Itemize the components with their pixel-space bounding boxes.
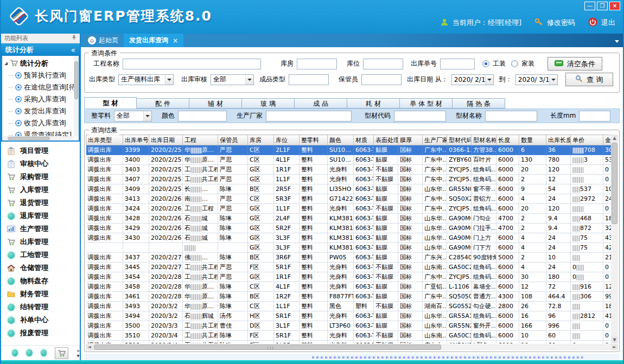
sidebar-menu-item[interactable]: 退货管理: [1, 196, 80, 209]
column-header[interactable]: 型材名称: [472, 135, 496, 145]
table-row[interactable]: 调拨出库34932020/3/2华原…陈琳C区1L1F整料黑色塑料不贴膜国标湖南…: [86, 302, 612, 311]
column-header[interactable]: 颜色: [328, 135, 354, 145]
sidebar-menu-item[interactable]: 入库管理: [1, 183, 80, 196]
sidebar-menu-item[interactable]: 退库管理: [1, 209, 80, 222]
column-header[interactable]: 材质: [354, 135, 374, 145]
table-row[interactable]: 调拨出库34002020/2/25华原…严思C区4L1F整料SU10…6063-…: [86, 155, 612, 165]
column-header[interactable]: 长度: [496, 135, 519, 145]
column-header[interactable]: 出库长度: [546, 135, 571, 145]
table-row[interactable]: 调拨出库35002020/3/3工共工程曹佳D区3L1F整料LT3P606063…: [86, 321, 612, 331]
keeper-input[interactable]: [361, 74, 402, 85]
audit-combo[interactable]: 全部: [211, 74, 254, 85]
material-tab[interactable]: 隔 热 条: [453, 98, 505, 108]
scroll-up-icon[interactable]: ▲: [611, 135, 618, 142]
tree-item[interactable]: 在途信息查询[待: [4, 81, 72, 93]
toolbar-overflow-button[interactable]: »▾: [77, 348, 80, 358]
tree-item[interactable]: 发货出库查询: [4, 105, 72, 117]
column-header[interactable]: 型材代码: [447, 135, 472, 145]
color-input[interactable]: [178, 111, 227, 122]
column-header[interactable]: 库房: [248, 135, 274, 145]
material-tab[interactable]: 玻 璃: [242, 98, 295, 108]
table-row[interactable]: G区3L3F整料KLM38176063-T5贴膜国标山东华…GA90M09.门下…: [86, 243, 612, 253]
tree-item[interactable]: 退库管理[待定]: [4, 141, 72, 142]
tab-list-dropdown-icon[interactable]: [615, 40, 619, 43]
tree-horizontal-scrollbar[interactable]: [2, 136, 74, 141]
toolbar-cart-button[interactable]: [55, 347, 68, 359]
column-header[interactable]: 膜厚: [398, 135, 423, 145]
material-tab[interactable]: 配 件: [137, 98, 189, 108]
column-header[interactable]: 数量: [519, 135, 546, 145]
table-row[interactable]: 调拨出库33992020/2/25华原…严思C区2L1F整料SU10…6063-…: [86, 145, 612, 155]
tab-active[interactable]: 发货出库查询×: [124, 34, 183, 47]
table-row[interactable]: 调拨出库34032020/2/25工共工程严思G区1R1F整料光身料6063-T…: [86, 165, 612, 175]
table-row[interactable]: 调拨出库34542020/2/28工共工程严思G区1R1F整料光身料6063-T…: [86, 272, 612, 282]
sidebar-menu-item[interactable]: 采购管理: [1, 170, 80, 183]
toolbar-dot-icon[interactable]: [26, 349, 32, 356]
column-header[interactable]: 出库日期: [149, 135, 183, 145]
location-input[interactable]: [363, 59, 403, 69]
sidebar-menu-item[interactable]: 审核中心: [1, 157, 80, 170]
tab-home[interactable]: ⌂起始页: [82, 34, 124, 47]
logout-link[interactable]: 退出: [601, 18, 615, 28]
order-no-input[interactable]: [440, 59, 475, 69]
sidebar-menu-item[interactable]: 报废管理: [1, 327, 80, 340]
tab-close-icon[interactable]: ×: [173, 37, 178, 44]
maximize-button[interactable]: ❒: [597, 2, 608, 10]
sidebar-menu-item[interactable]: 工地管理: [1, 248, 80, 261]
table-row[interactable]: 调拨出库35102020/3/4工共工程陈琳F区5R1F整料光身料6063-T5…: [86, 331, 612, 341]
material-tab[interactable]: 单 体 型 材: [400, 98, 453, 108]
column-header[interactable]: 生产厂家: [423, 135, 447, 145]
change-password-link[interactable]: 修改密码: [547, 18, 575, 28]
out-type-combo[interactable]: 生产领料出库: [118, 74, 174, 85]
profile-code-input[interactable]: [394, 111, 446, 122]
tree-item[interactable]: 预算执行查询: [4, 69, 72, 81]
material-tab[interactable]: 耗 材: [347, 98, 400, 108]
search-button[interactable]: 查 询: [565, 73, 613, 86]
column-header[interactable]: 保管员: [218, 135, 248, 145]
tree-expander-icon[interactable]: ◢: [4, 61, 8, 66]
column-header[interactable]: 库位: [274, 135, 300, 145]
scroll-left-icon[interactable]: ◄: [86, 344, 93, 350]
warehouse-input[interactable]: [297, 59, 337, 69]
date-from-picker[interactable]: 2020/ 2/16: [451, 74, 494, 85]
factory-input[interactable]: [266, 111, 352, 122]
table-row[interactable]: 调拨出库34072020/2/25工共工程严思G区1L1F整料光身料6063-T…: [86, 175, 612, 184]
clear-conditions-button[interactable]: 清空条件: [547, 57, 602, 71]
toolbar-dot-icon[interactable]: [12, 349, 18, 356]
table-row[interactable]: 调拨出库34582020/2/28华原…陈琳C区4L1F整料光身料6063-T5…: [86, 282, 612, 292]
material-tab[interactable]: 型 材: [84, 97, 137, 108]
profile-name-input[interactable]: [485, 111, 537, 122]
minimize-button[interactable]: —: [584, 2, 595, 10]
table-row[interactable]: 调拨出库34452020/2/27工共工程严思F区5R1F整料光身料6063-T…: [86, 263, 612, 272]
table-row[interactable]: 调拨出库34302020/2/26石城陈琳G区3L3F整料KLM38176063…: [86, 233, 612, 243]
material-tab[interactable]: 成 品: [295, 98, 347, 108]
tree-root-node[interactable]: ◢ 统计分析: [4, 58, 72, 69]
date-to-picker[interactable]: 2020/ 3/16: [515, 74, 558, 85]
column-header[interactable]: 表面处理: [374, 135, 398, 145]
column-header[interactable]: 单价: [571, 135, 603, 145]
sidebar-section-header[interactable]: 统计分析 «: [1, 43, 80, 56]
table-row[interactable]: 调拨出库34092020/2/25长…陈琳B区2R5F整料LI35HO6063-…: [86, 184, 612, 194]
pin-icon[interactable]: [72, 34, 77, 42]
gongzhuang-radio[interactable]: [482, 60, 489, 67]
table-row[interactable]: 调拨出库34242020/2/26工工程严思G区1L1F整料光身料6063-T5…: [86, 204, 612, 214]
scroll-down-icon[interactable]: ▼: [611, 336, 618, 343]
tree-vertical-scrollbar[interactable]: [74, 56, 79, 136]
collapse-icon[interactable]: «: [71, 46, 75, 54]
table-horizontal-scrollbar[interactable]: ◄ ►: [86, 344, 618, 350]
scroll-right-icon[interactable]: ►: [611, 344, 618, 350]
tree-item[interactable]: 采购入库查询: [4, 93, 72, 105]
material-tab[interactable]: 辅 材: [189, 98, 242, 108]
zhengling-combo[interactable]: 全部: [114, 111, 152, 122]
toolbar-dot-icon[interactable]: [41, 349, 47, 356]
tree-item[interactable]: 收货入库查询: [4, 117, 72, 129]
product-type-input[interactable]: [289, 74, 329, 85]
sidebar-menu-item[interactable]: 项目管理: [1, 144, 80, 157]
table-row[interactable]: 调拨出库34132020/2/26南…严思C区5R3F整料G714226063-…: [86, 194, 612, 204]
sidebar-menu-item[interactable]: 仓储管理: [1, 261, 80, 274]
table-row[interactable]: 调拨出库35122020/3/4工共工程陈琳F区1L2F整料光身料6063-T5…: [86, 341, 612, 344]
sidebar-menu-item[interactable]: 生产管理: [1, 222, 80, 235]
project-name-input[interactable]: [123, 59, 261, 69]
close-button[interactable]: ×: [609, 2, 620, 10]
sidebar-menu-item[interactable]: 补单中心: [1, 314, 80, 327]
